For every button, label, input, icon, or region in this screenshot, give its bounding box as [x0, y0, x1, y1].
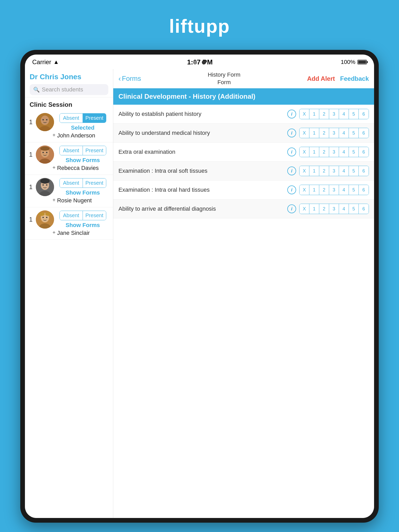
student-3-absence[interactable]: Absent Present — [59, 178, 106, 188]
student-num-2: 1 — [29, 151, 33, 158]
rating-btn-4-5[interactable]: 4 — [339, 185, 349, 195]
student-avatar-4 — [36, 210, 54, 229]
rating-btn-2-2[interactable]: 2 — [319, 128, 329, 138]
rating-btn-1-6[interactable]: 1 — [309, 204, 319, 214]
rating-btn-5-1[interactable]: 5 — [349, 109, 359, 119]
rating-btn-5-6[interactable]: 5 — [349, 204, 359, 214]
info-icon-3[interactable]: i — [287, 148, 296, 156]
student-list: 1 — [25, 110, 113, 518]
student-1-absence[interactable]: Absent Present — [59, 113, 106, 123]
rating-btn-1-5[interactable]: 1 — [309, 185, 319, 195]
rating-btn-5-5[interactable]: 5 — [349, 185, 359, 195]
back-button[interactable]: ‹ Forms — [118, 75, 141, 83]
student-2-controls: Absent Present Show Forms — [57, 146, 109, 164]
student-4-absent-btn[interactable]: Absent — [60, 211, 83, 220]
rating-btn-3-2[interactable]: 3 — [329, 128, 339, 138]
rating-btn-2-3[interactable]: 2 — [319, 147, 329, 157]
svg-point-16 — [46, 184, 48, 186]
rating-btn-x-2[interactable]: X — [300, 128, 309, 138]
rating-btn-x-6[interactable]: X — [300, 204, 309, 214]
carrier-label: Carrier — [32, 58, 51, 66]
rating-btn-1-4[interactable]: 1 — [309, 166, 319, 176]
rating-btn-6-1[interactable]: 6 — [359, 109, 369, 119]
student-4-show-forms-btn[interactable]: Show Forms — [65, 222, 100, 229]
rating-btn-4-3[interactable]: 4 — [339, 147, 349, 157]
rating-btn-x-5[interactable]: X — [300, 185, 309, 195]
battery-percent: 100% — [341, 59, 355, 65]
info-icon-5[interactable]: i — [287, 185, 296, 194]
student-2-plus: + — [52, 165, 56, 171]
student-item-3: 1 — [25, 175, 113, 207]
rating-btn-6-2[interactable]: 6 — [359, 128, 369, 138]
rating-btn-5-3[interactable]: 5 — [349, 147, 359, 157]
rating-btn-6-6[interactable]: 6 — [359, 204, 369, 214]
rating-btn-2-6[interactable]: 2 — [319, 204, 329, 214]
rating-buttons-2: X 1 2 3 4 5 6 — [299, 128, 369, 138]
info-icon-1[interactable]: i — [287, 110, 296, 118]
student-3-show-forms-btn[interactable]: Show Forms — [65, 189, 100, 196]
rating-btn-1-3[interactable]: 1 — [309, 147, 319, 157]
feedback-button[interactable]: Feedback — [340, 75, 369, 82]
chevron-icon: ‹ — [118, 75, 121, 83]
rating-btn-3-3[interactable]: 3 — [329, 147, 339, 157]
form-label-1: Ability to establish patient history — [118, 110, 284, 118]
rating-btn-6-5[interactable]: 6 — [359, 185, 369, 195]
svg-point-15 — [43, 184, 44, 186]
student-item-1: 1 — [25, 110, 113, 142]
student-1-present-btn[interactable]: Present — [83, 114, 106, 123]
app-title: liftupp — [169, 16, 230, 37]
student-2-absent-btn[interactable]: Absent — [60, 146, 83, 155]
rating-btn-2-4[interactable]: 2 — [319, 166, 329, 176]
form-label-4: Examination : Intra oral soft tissues — [118, 167, 284, 175]
rating-btn-4-4[interactable]: 4 — [339, 166, 349, 176]
status-right: 100% — [341, 59, 367, 65]
svg-point-8 — [40, 147, 50, 151]
rating-btn-5-2[interactable]: 5 — [349, 128, 359, 138]
student-1-absent-btn[interactable]: Absent — [60, 114, 83, 123]
rating-btn-4-2[interactable]: 4 — [339, 128, 349, 138]
rating-btn-x-3[interactable]: X — [300, 147, 309, 157]
student-4-present-btn[interactable]: Present — [83, 211, 106, 220]
rating-btn-1-1[interactable]: 1 — [309, 109, 319, 119]
student-2-present-btn[interactable]: Present — [83, 146, 106, 155]
student-2-absence[interactable]: Absent Present — [59, 146, 106, 155]
rating-btn-6-4[interactable]: 6 — [359, 166, 369, 176]
rating-btn-5-4[interactable]: 5 — [349, 166, 359, 176]
add-alert-button[interactable]: Add Alert — [307, 75, 335, 82]
rating-btn-3-4[interactable]: 3 — [329, 166, 339, 176]
student-avatar-1 — [36, 113, 54, 131]
carrier-info: Carrier ▲ — [32, 58, 59, 66]
rating-btn-4-6[interactable]: 4 — [339, 204, 349, 214]
rating-btn-x-4[interactable]: X — [300, 166, 309, 176]
camera-dot-1 — [193, 60, 197, 64]
camera-dot-2 — [202, 60, 206, 64]
rating-btn-4-1[interactable]: 4 — [339, 109, 349, 119]
rating-btn-6-3[interactable]: 6 — [359, 147, 369, 157]
rating-btn-2-5[interactable]: 2 — [319, 185, 329, 195]
info-icon-6[interactable]: i — [287, 204, 296, 213]
rating-btn-1-2[interactable]: 1 — [309, 128, 319, 138]
info-icon-4[interactable]: i — [287, 167, 296, 175]
nav-title-line2: Form — [208, 79, 241, 86]
form-content: Ability to establish patient history i X… — [113, 105, 374, 518]
section-header: Clinical Development - History (Addition… — [113, 88, 374, 105]
rating-btn-3-1[interactable]: 3 — [329, 109, 339, 119]
student-3-plus: + — [52, 197, 56, 203]
form-label-2: Ability to understand medical history — [118, 129, 284, 137]
rating-btn-2-1[interactable]: 2 — [319, 109, 329, 119]
right-panel: ‹ Forms History Form Form Add Alert Feed… — [113, 69, 374, 518]
student-3-present-btn[interactable]: Present — [83, 178, 106, 188]
svg-point-9 — [43, 152, 44, 153]
student-1-plus: + — [52, 132, 56, 138]
rating-btn-3-6[interactable]: 3 — [329, 204, 339, 214]
student-2-show-forms-btn[interactable]: Show Forms — [65, 157, 100, 164]
student-4-plus: + — [52, 230, 56, 236]
svg-point-21 — [45, 212, 51, 216]
rating-btn-3-5[interactable]: 3 — [329, 185, 339, 195]
student-3-absent-btn[interactable]: Absent — [60, 178, 83, 188]
info-icon-2[interactable]: i — [287, 129, 296, 137]
student-4-absence[interactable]: Absent Present — [59, 211, 106, 220]
ipad-screen: Carrier ▲ 1:07 PM 100% Dr Chris Jones 🔍 … — [25, 55, 374, 518]
rating-btn-x-1[interactable]: X — [300, 109, 309, 119]
search-box[interactable]: 🔍 Search students — [30, 84, 108, 95]
